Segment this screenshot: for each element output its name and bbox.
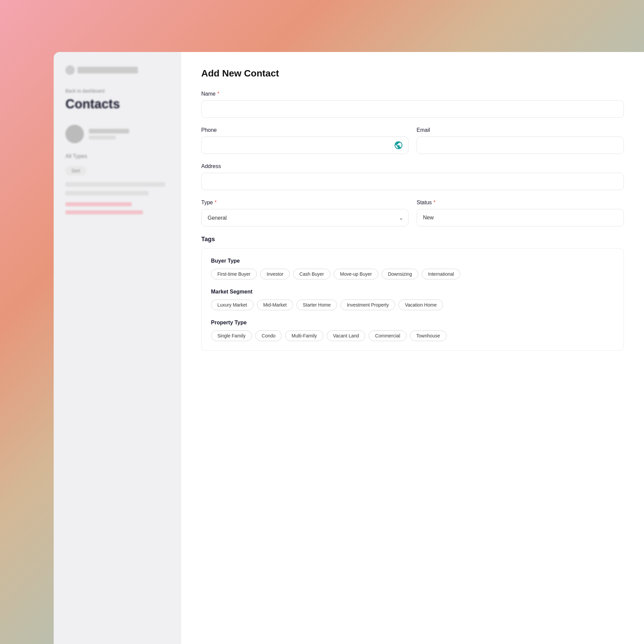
address-label: Address: [201, 163, 624, 169]
email-input[interactable]: [417, 137, 624, 154]
email-col: Email: [417, 127, 624, 154]
tag-multi-family[interactable]: Multi-Family: [285, 330, 323, 341]
type-status-row: Type * General Buyer Seller Renter Inves…: [201, 200, 624, 226]
market-segment-group: Market Segment Luxury Market Mid-Market …: [211, 289, 614, 310]
tags-group: Tags Buyer Type First-time Buyer Investo…: [201, 236, 624, 351]
list-item: [65, 191, 149, 196]
property-type-group: Property Type Single Family Condo Multi-…: [211, 320, 614, 341]
app-window: Back to dashboard Contacts All Types Sor…: [54, 52, 644, 644]
tag-townhouse[interactable]: Townhouse: [410, 330, 446, 341]
type-label: Type *: [201, 200, 409, 206]
name-group: Name *: [201, 91, 624, 118]
form-title: Add New Contact: [201, 68, 624, 79]
type-select-wrapper: General Buyer Seller Renter Investor ⌄: [201, 209, 409, 226]
buyer-type-tags-row: First-time Buyer Investor Cash Buyer Mov…: [211, 269, 614, 279]
tag-international[interactable]: International: [422, 269, 460, 279]
name-label: Name *: [201, 91, 624, 97]
buyer-type-group: Buyer Type First-time Buyer Investor Cas…: [211, 258, 614, 279]
filter-label: All Types: [65, 153, 176, 159]
type-select[interactable]: General Buyer Seller Renter Investor: [201, 209, 409, 226]
name-input[interactable]: [201, 100, 624, 118]
back-link: Back to dashboard: [65, 88, 176, 94]
tags-section: Buyer Type First-time Buyer Investor Cas…: [201, 248, 624, 351]
tag-cash-buyer[interactable]: Cash Buyer: [293, 269, 330, 279]
avatar: [65, 125, 84, 143]
tag-downsizing[interactable]: Downsizing: [382, 269, 419, 279]
tag-starter-home[interactable]: Starter Home: [297, 300, 337, 310]
avatar-section: [65, 125, 176, 143]
type-required: *: [215, 200, 217, 206]
list-link: [65, 210, 143, 214]
address-group: Address: [201, 163, 624, 190]
property-type-tags-row: Single Family Condo Multi-Family Vacant …: [211, 330, 614, 341]
name-required: *: [217, 91, 219, 97]
tag-move-up-buyer[interactable]: Move-up Buyer: [334, 269, 378, 279]
sidebar: Back to dashboard Contacts All Types Sor…: [54, 52, 188, 644]
tag-mid-market[interactable]: Mid-Market: [257, 300, 293, 310]
tag-commercial[interactable]: Commercial: [369, 330, 407, 341]
tag-first-time-buyer[interactable]: First-time Buyer: [211, 269, 257, 279]
search-text: [77, 67, 138, 73]
status-label: Status *: [417, 200, 624, 206]
form-panel: Add New Contact Name * Phone: [181, 52, 644, 644]
type-col: Type * General Buyer Seller Renter Inves…: [201, 200, 409, 226]
tag-single-family[interactable]: Single Family: [211, 330, 252, 341]
market-segment-tags-row: Luxury Market Mid-Market Starter Home In…: [211, 300, 614, 310]
list-link: [65, 202, 132, 206]
status-display: New: [417, 209, 624, 226]
buyer-type-title: Buyer Type: [211, 258, 614, 264]
address-input[interactable]: [201, 173, 624, 190]
status-required: *: [433, 200, 435, 206]
tag-vacant-land[interactable]: Vacant Land: [327, 330, 366, 341]
tag-luxury-market[interactable]: Luxury Market: [211, 300, 254, 310]
tag-investment-property[interactable]: Investment Property: [340, 300, 395, 310]
phone-label: Phone: [201, 127, 409, 133]
tags-section-label: Tags: [201, 236, 624, 243]
tag-condo[interactable]: Condo: [255, 330, 282, 341]
market-segment-title: Market Segment: [211, 289, 614, 295]
blurred-list: [65, 182, 176, 214]
vpn-icon: [393, 140, 404, 151]
property-type-title: Property Type: [211, 320, 614, 326]
avatar-name: [89, 129, 129, 133]
phone-col: Phone: [201, 127, 409, 154]
phone-email-row: Phone Email: [201, 127, 624, 154]
avatar-count: [89, 136, 116, 140]
phone-input-wrapper: [201, 137, 409, 154]
search-bar: [65, 65, 176, 75]
tag-vacation-home[interactable]: Vacation Home: [398, 300, 443, 310]
list-item: [65, 182, 165, 187]
tag-investor[interactable]: Investor: [260, 269, 290, 279]
status-col: Status * New: [417, 200, 624, 226]
email-label: Email: [417, 127, 624, 133]
phone-input[interactable]: [201, 137, 409, 154]
filter-button[interactable]: Sort: [65, 166, 86, 175]
avatar-info: [89, 129, 129, 140]
search-icon: [65, 65, 75, 75]
page-title: Contacts: [65, 97, 176, 111]
